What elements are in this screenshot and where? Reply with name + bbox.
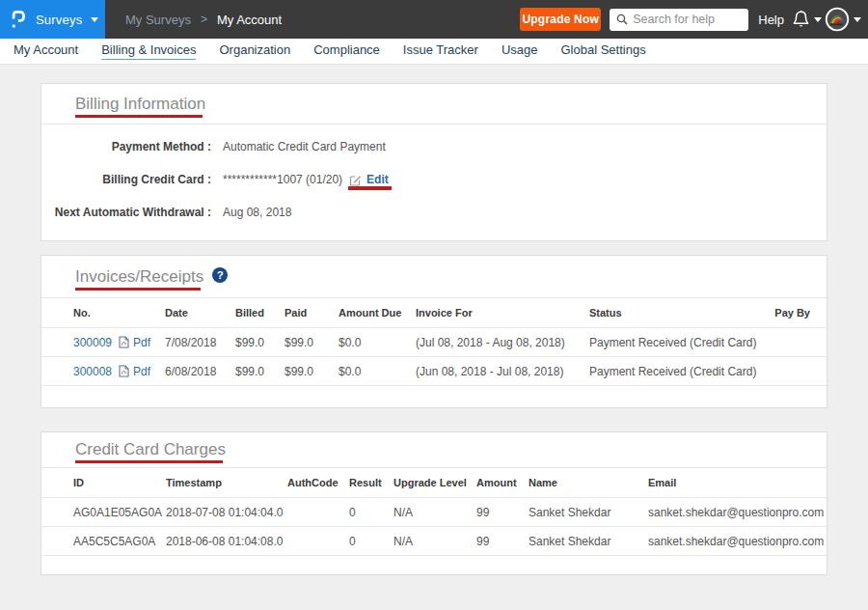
questionpro-logo-icon: [12, 11, 25, 29]
search-input[interactable]: [633, 13, 742, 26]
invoice-pdf-link[interactable]: Pdf: [133, 336, 150, 349]
upgrade-now-button[interactable]: Upgrade Now: [520, 8, 601, 31]
invoices-receipts-title: Invoices/Receipts: [75, 267, 203, 287]
invoice-row: 300009 Pdf 7/08/2018 $99.0 $99.0 $0.0 (J…: [41, 328, 827, 357]
account-menu[interactable]: [825, 7, 861, 32]
invoice-amount-due: $0.0: [339, 336, 416, 349]
breadcrumb-my-surveys[interactable]: My Surveys: [125, 13, 191, 27]
edit-pencil-icon[interactable]: [349, 174, 362, 186]
col-no: No.: [73, 307, 165, 319]
product-menu-button[interactable]: Surveys: [0, 0, 105, 39]
edit-link[interactable]: Edit: [366, 173, 389, 186]
invoice-status: Payment Received (Credit Card): [589, 336, 771, 349]
charge-upgrade-level: N/A: [393, 535, 476, 548]
payment-method-value: Automatic Credit Card Payment: [223, 140, 386, 153]
col-amount: Amount: [476, 477, 529, 488]
invoices-table: No. Date Billed Paid Amount Due Invoice …: [41, 298, 827, 407]
invoices-receipts-header: Invoices/Receipts ?: [41, 256, 827, 298]
charge-email: sanket.shekdar@questionpro.com: [648, 506, 827, 519]
account-nav: My Account Billing & Invoices Organizati…: [0, 39, 868, 65]
charge-email: sanket.shekdar@questionpro.com: [648, 535, 827, 548]
col-paid: Paid: [285, 307, 339, 319]
notifications-menu[interactable]: [792, 10, 822, 29]
next-withdrawal-value: Aug 08, 2018: [223, 206, 291, 219]
col-amount-due: Amount Due: [339, 307, 416, 319]
breadcrumb-separator-icon: >: [201, 13, 207, 26]
search-icon: [616, 14, 628, 25]
charge-upgrade-level: N/A: [393, 506, 476, 519]
col-id: ID: [73, 477, 166, 488]
invoices-receipts-card: Invoices/Receipts ? No. Date Billed Paid…: [41, 255, 827, 408]
caret-down-icon: [814, 17, 822, 22]
invoice-number-link[interactable]: 300009: [73, 336, 112, 349]
col-invoice-for: Invoice For: [416, 307, 589, 319]
table-bottom-padding: [41, 386, 827, 407]
tab-global-settings[interactable]: Global Settings: [560, 42, 645, 60]
col-status: Status: [589, 307, 771, 319]
breadcrumb: My Surveys > My Account: [125, 13, 282, 27]
charges-table-header: ID Timestamp AuthCode Result Upgrade Lev…: [41, 468, 827, 498]
charge-id: AA5C5C5AG0A: [73, 535, 166, 548]
top-bar: Surveys My Surveys > My Account Upgrade …: [0, 0, 868, 39]
charge-result: 0: [349, 535, 393, 548]
col-date: Date: [165, 307, 235, 319]
billing-information-title: Billing Information: [75, 95, 205, 114]
invoice-date: 7/08/2018: [165, 336, 235, 349]
tab-usage[interactable]: Usage: [502, 42, 538, 60]
pdf-file-icon[interactable]: [119, 336, 129, 348]
billing-credit-card-label: Billing Credit Card :: [41, 173, 211, 186]
next-withdrawal-label: Next Automatic Withdrawal :: [41, 206, 211, 219]
billing-credit-card-value: ************1007 (01/20): [223, 173, 342, 186]
col-authcode: AuthCode: [287, 477, 349, 488]
tab-issue-tracker[interactable]: Issue Tracker: [403, 42, 478, 60]
col-result: Result: [349, 477, 393, 488]
invoice-row: 300008 Pdf 6/08/2018 $99.0 $99.0 $0.0 (J…: [41, 357, 827, 386]
col-billed: Billed: [235, 307, 285, 319]
invoice-pdf-link[interactable]: Pdf: [133, 365, 150, 378]
tab-organization[interactable]: Organization: [219, 42, 290, 60]
col-name: Name: [529, 477, 648, 488]
next-withdrawal-row: Next Automatic Withdrawal : Aug 08, 2018: [41, 196, 827, 229]
col-pay-by: Pay By: [771, 307, 827, 319]
payment-method-label: Payment Method :: [41, 140, 211, 153]
billing-information-card: Billing Information Payment Method : Aut…: [41, 83, 827, 241]
charge-row: AA5C5C5AG0A 2018-06-08 01:04:08.0 0 N/A …: [41, 527, 827, 556]
invoice-billed: $99.0: [235, 336, 285, 349]
table-bottom-padding: [41, 556, 827, 574]
tab-billing-invoices[interactable]: Billing & Invoices: [101, 42, 196, 60]
bell-icon: [792, 10, 810, 29]
credit-card-charges-card: Credit Card Charges ID Timestamp AuthCod…: [41, 431, 827, 575]
charges-table: ID Timestamp AuthCode Result Upgrade Lev…: [41, 468, 827, 574]
invoice-date: 6/08/2018: [165, 365, 235, 378]
col-timestamp: Timestamp: [166, 477, 287, 488]
tab-compliance[interactable]: Compliance: [313, 42, 380, 60]
charge-result: 0: [349, 506, 393, 519]
invoice-for: (Jul 08, 2018 - Aug 08, 2018): [416, 336, 589, 349]
charge-name: Sanket Shekdar: [529, 506, 648, 519]
invoice-amount-due: $0.0: [339, 365, 416, 378]
credit-card-charges-title: Credit Card Charges: [75, 440, 226, 459]
avatar-logo-icon: [825, 7, 850, 32]
caret-down-icon: [854, 17, 861, 22]
charge-timestamp: 2018-07-08 01:04:04.0: [166, 506, 287, 519]
invoice-for: (Jun 08, 2018 - Jul 08, 2018): [416, 365, 589, 378]
invoice-paid: $99.0: [285, 336, 339, 349]
billing-information-fields: Payment Method : Automatic Credit Card P…: [41, 125, 827, 240]
help-link[interactable]: Help: [758, 13, 784, 27]
payment-method-row: Payment Method : Automatic Credit Card P…: [41, 130, 827, 163]
col-email: Email: [648, 477, 827, 488]
question-circle-icon[interactable]: ?: [212, 267, 228, 283]
invoice-status: Payment Received (Credit Card): [589, 365, 771, 378]
invoice-no-cell: 300009 Pdf: [73, 336, 165, 349]
tab-my-account[interactable]: My Account: [14, 42, 78, 60]
invoice-no-cell: 300008 Pdf: [73, 365, 165, 378]
charge-id: AG0A1E05AG0A: [73, 506, 166, 519]
invoice-number-link[interactable]: 300008: [73, 365, 112, 378]
edit-annotation-underline: [348, 186, 392, 190]
help-search-box[interactable]: [610, 9, 748, 31]
credit-card-charges-header: Credit Card Charges: [41, 432, 827, 468]
charge-row: AG0A1E05AG0A 2018-07-08 01:04:04.0 0 N/A…: [41, 498, 827, 527]
pdf-file-icon[interactable]: [119, 365, 129, 377]
page-content: Billing Information Payment Method : Aut…: [0, 65, 868, 575]
product-menu-label: Surveys: [36, 13, 82, 27]
